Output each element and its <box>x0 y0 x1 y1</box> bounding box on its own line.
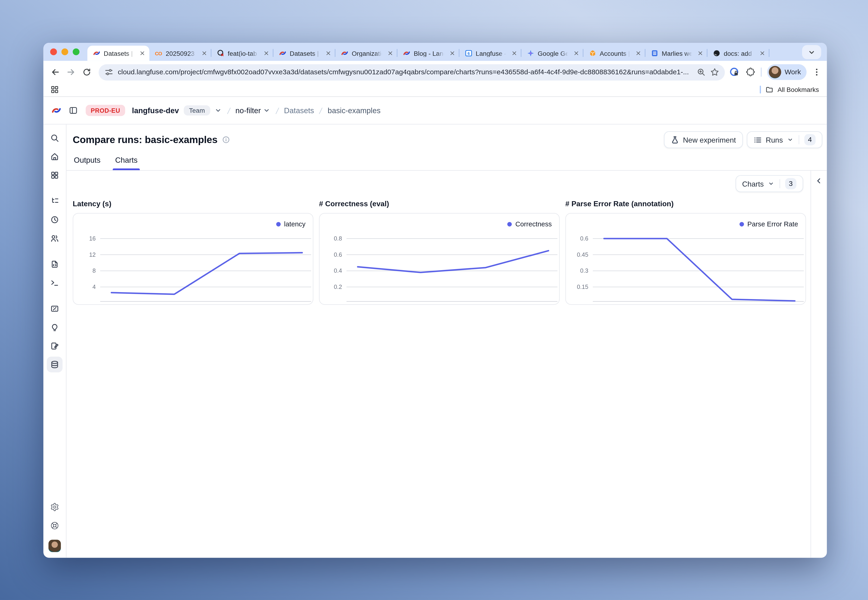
sidebar-item-scores[interactable] <box>47 301 62 317</box>
profile-name: Work <box>785 68 801 76</box>
browser-tab-2[interactable]: feat(io-tab <box>211 45 273 61</box>
tab-search-button[interactable] <box>802 45 821 59</box>
tab-close-icon[interactable] <box>386 49 394 57</box>
apps-grid-icon[interactable] <box>50 85 59 94</box>
chart-legend: Parse Error Rate <box>739 220 798 228</box>
charts-filter-label: Charts <box>742 179 764 188</box>
tab-label: Blog - Lang <box>414 50 445 56</box>
tab-label: Langfuse - <box>476 50 507 56</box>
url-text[interactable]: cloud.langfuse.com/project/cmfwgv8fx002o… <box>118 68 692 76</box>
browser-tab-7[interactable]: Google Ge <box>521 45 583 61</box>
sidebar-item-sessions[interactable] <box>47 212 62 227</box>
sidebar-item-prompts[interactable] <box>47 256 62 272</box>
close-window-button[interactable] <box>50 48 57 55</box>
browser-menu-icon[interactable] <box>812 68 821 77</box>
user-avatar[interactable] <box>49 540 61 552</box>
scores-icon <box>50 304 59 313</box>
langfuse-favicon-icon <box>93 49 100 57</box>
breadcrumb-slash: / <box>319 106 323 115</box>
browser-tab-6[interactable]: 6Langfuse - <box>460 45 522 61</box>
maximize-window-button[interactable] <box>73 48 79 55</box>
sidebar-item-playground[interactable] <box>47 275 62 291</box>
sidebar-item-annotation[interactable] <box>47 338 62 354</box>
forward-button[interactable] <box>64 65 78 79</box>
org-type-badge: Team <box>184 105 210 115</box>
runs-button[interactable]: Runs 4 <box>747 131 822 148</box>
github-x-favicon-icon <box>217 49 225 57</box>
browser-tab-9[interactable]: Marlies we <box>645 45 707 61</box>
tab-close-icon[interactable] <box>138 49 146 57</box>
tracing-icon <box>50 197 59 206</box>
tab-close-icon[interactable] <box>200 49 208 57</box>
browser-tab-10[interactable]: docs: add <box>707 45 769 61</box>
url-bar[interactable]: cloud.langfuse.com/project/cmfwgv8fx002o… <box>99 64 725 80</box>
minimize-window-button[interactable] <box>61 48 68 55</box>
browser-tab-0[interactable]: Datasets | L <box>87 45 149 61</box>
breadcrumb-dataset-name[interactable]: basic-examples <box>328 106 381 115</box>
zoom-icon[interactable] <box>697 68 706 77</box>
sidebar-toggle-icon[interactable] <box>69 106 78 115</box>
all-bookmarks[interactable]: All Bookmarks <box>760 85 819 93</box>
site-settings-icon[interactable] <box>104 68 113 77</box>
bookmark-star-icon[interactable] <box>710 68 719 77</box>
tab-close-icon[interactable] <box>572 49 580 57</box>
svg-text:0.45: 0.45 <box>577 252 588 258</box>
browser-tab-8[interactable]: Accounts | <box>583 45 645 61</box>
reload-button[interactable] <box>79 65 94 79</box>
sidebar-item-dashboards[interactable] <box>47 167 62 183</box>
tab-close-icon[interactable] <box>448 49 456 57</box>
browser-tab-5[interactable]: Blog - Lang <box>398 45 460 61</box>
sidebar-item-tracing[interactable] <box>47 193 62 209</box>
charts-filter-button[interactable]: Charts 3 <box>735 175 803 192</box>
tab-outputs[interactable]: Outputs <box>74 156 100 170</box>
users-icon <box>50 234 59 243</box>
langfuse-logo[interactable] <box>51 105 61 115</box>
sidebar-item-search[interactable] <box>47 130 62 146</box>
tab-charts[interactable]: Charts <box>115 156 138 170</box>
new-experiment-button[interactable]: New experiment <box>664 131 743 148</box>
main-area: Compare runs: basic-examples New experim… <box>67 124 827 558</box>
sidebar-item-evaluation[interactable] <box>47 320 62 335</box>
chart-title-2: # Parse Error Rate (annotation) <box>565 200 806 208</box>
extensions-puzzle-icon[interactable] <box>745 67 756 77</box>
browser-profile-chip[interactable]: Work <box>767 64 807 80</box>
browser-tab-1[interactable]: CO20250923 <box>149 45 211 61</box>
folder-icon <box>765 85 773 93</box>
browser-tab-4[interactable]: Organizatio <box>335 45 398 61</box>
charts-toolbar: Charts 3 <box>73 171 810 192</box>
browser-tab-3[interactable]: Datasets | L <box>273 45 335 61</box>
browser-window: Datasets | LCO20250923feat(io-tabDataset… <box>43 43 827 558</box>
chart-titles-row: Latency (s)# Correctness (eval)# Parse E… <box>73 200 810 208</box>
tab-close-icon[interactable] <box>696 49 704 57</box>
project-switcher-chevron-icon[interactable] <box>263 106 270 114</box>
page-header: Compare runs: basic-examples New experim… <box>67 124 827 148</box>
bookmarks-bar: All Bookmarks <box>43 83 827 97</box>
password-extension-icon[interactable] <box>729 67 739 77</box>
svg-text:16: 16 <box>89 235 96 242</box>
sidebar-item-datasets[interactable] <box>47 357 62 373</box>
app-sidebar <box>43 124 67 558</box>
legend-dot-icon <box>507 222 512 226</box>
search-icon <box>50 133 59 142</box>
organization-name[interactable]: langfuse-dev <box>132 106 179 115</box>
tab-close-icon[interactable] <box>262 49 270 57</box>
flask-icon <box>671 135 679 144</box>
tab-close-icon[interactable] <box>324 49 332 57</box>
tab-close-icon[interactable] <box>634 49 642 57</box>
sidebar-item-support[interactable] <box>47 518 62 533</box>
tab-close-icon[interactable] <box>758 49 766 57</box>
svg-text:6: 6 <box>467 52 469 56</box>
stage: Datasets | LCO20250923feat(io-tabDataset… <box>0 0 868 600</box>
sidebar-item-settings[interactable] <box>47 499 62 515</box>
breadcrumb-datasets[interactable]: Datasets <box>284 106 314 115</box>
sidebar-item-users[interactable] <box>47 230 62 246</box>
sidebar-item-home[interactable] <box>47 149 62 165</box>
tab-close-icon[interactable] <box>510 49 518 57</box>
chart-title-0: Latency (s) <box>73 200 313 208</box>
info-icon[interactable] <box>222 136 230 144</box>
bookmarks-separator <box>760 85 761 93</box>
org-switcher-chevron-icon[interactable] <box>214 106 222 114</box>
project-name[interactable]: no-filter <box>235 106 261 115</box>
collapse-panel-icon[interactable] <box>814 176 824 186</box>
back-button[interactable] <box>48 65 62 79</box>
